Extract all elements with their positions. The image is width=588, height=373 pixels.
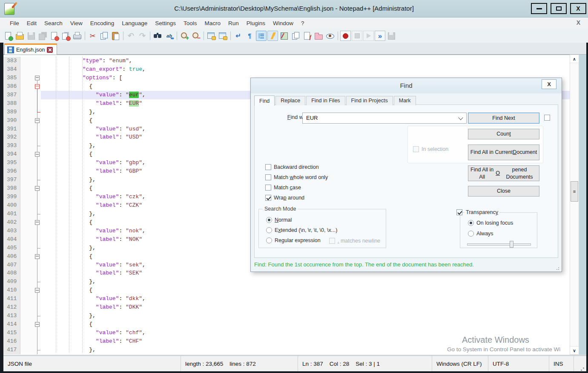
- match-case-checkbox[interactable]: [265, 185, 271, 191]
- find-dialog-tab-find[interactable]: Find: [254, 95, 275, 106]
- menu-macro[interactable]: Macro: [201, 20, 225, 26]
- scroll-up-icon[interactable]: ∧: [570, 55, 579, 63]
- close-button[interactable]: X: [570, 3, 586, 14]
- fold-marker[interactable]: [35, 186, 40, 191]
- find-what-input[interactable]: [305, 114, 452, 121]
- user-defined-lang-icon[interactable]: [267, 31, 278, 41]
- paste-icon[interactable]: [110, 31, 121, 41]
- minimize-button[interactable]: [531, 3, 547, 14]
- tab-close-icon[interactable]: [47, 47, 53, 53]
- print-icon[interactable]: [72, 31, 83, 41]
- slider-track[interactable]: [467, 243, 531, 246]
- tab-english-json[interactable]: English.json: [4, 43, 57, 55]
- zoom-out-icon[interactable]: [191, 31, 201, 41]
- fold-margin: [20, 218, 41, 227]
- fold-marker[interactable]: [35, 254, 40, 259]
- slider-thumb[interactable]: [510, 241, 513, 248]
- indent-guide-icon[interactable]: [256, 31, 267, 41]
- transparency-slider[interactable]: [467, 241, 531, 248]
- code-line: },: [41, 312, 570, 320]
- cut-icon[interactable]: [87, 31, 98, 41]
- maximize-button[interactable]: [551, 3, 567, 14]
- replace-icon[interactable]: [164, 31, 175, 41]
- menu-encoding[interactable]: Encoding: [86, 20, 118, 26]
- find-dialog-tab-mark[interactable]: Mark: [394, 96, 416, 105]
- menu-help[interactable]: ?: [297, 20, 308, 26]
- search-mode-normal-radio[interactable]: [266, 217, 272, 223]
- dialog-resize-grip[interactable]: [558, 267, 559, 268]
- menu-language[interactable]: Language: [118, 20, 151, 26]
- fold-marker[interactable]: [35, 75, 40, 80]
- transparency-on-losing-focus-radio[interactable]: [468, 220, 474, 226]
- find-what-combobox[interactable]: [302, 113, 467, 124]
- transparency-always-radio[interactable]: [468, 231, 474, 237]
- scrollbar-thumb[interactable]: ≡: [571, 181, 578, 202]
- fold-marker[interactable]: [35, 84, 40, 89]
- folder-workspace-icon[interactable]: [313, 31, 324, 41]
- vertical-scrollbar[interactable]: ∧ ≡ ∨: [570, 55, 579, 355]
- open-file-icon[interactable]: [14, 31, 25, 41]
- find-icon[interactable]: [152, 31, 163, 41]
- menu-file[interactable]: File: [6, 20, 23, 26]
- save-icon[interactable]: [26, 31, 37, 41]
- search-mode-extended-radio[interactable]: [266, 227, 272, 233]
- menu-view[interactable]: View: [66, 20, 86, 26]
- resize-grip[interactable]: [583, 367, 584, 369]
- find-dialog-close-button[interactable]: X: [542, 79, 556, 89]
- line-number: 403: [3, 227, 20, 235]
- save-all-icon[interactable]: [37, 31, 48, 41]
- new-file-icon[interactable]: [3, 31, 14, 41]
- macro-record-icon[interactable]: [340, 31, 351, 41]
- wrap-around-checkbox[interactable]: [265, 195, 271, 201]
- doc-map-icon[interactable]: [279, 31, 290, 41]
- window-edge: [579, 55, 586, 355]
- close-file-icon[interactable]: [49, 31, 60, 41]
- menubar-close-icon[interactable]: X: [577, 19, 580, 26]
- find-dialog-tab-find-in-files[interactable]: Find in Files: [306, 96, 345, 105]
- backward-direction-checkbox[interactable]: [265, 164, 271, 170]
- sync-vertical-icon[interactable]: [206, 31, 217, 41]
- search-mode-regex-radio[interactable]: [266, 237, 272, 243]
- find-next-extra-checkbox[interactable]: [544, 115, 550, 121]
- find-all-current-button[interactable]: Find All in Current Document: [468, 145, 539, 160]
- menu-search[interactable]: Search: [40, 20, 66, 26]
- fold-marker[interactable]: [35, 220, 40, 225]
- chevron-down-icon[interactable]: [458, 115, 463, 120]
- sync-horizontal-icon[interactable]: [218, 31, 228, 41]
- find-all-opened-button[interactable]: Find All in All Opened Documents: [468, 165, 539, 181]
- menu-settings[interactable]: Settings: [151, 20, 180, 26]
- word-wrap-icon[interactable]: [233, 31, 244, 41]
- match-whole-word-checkbox[interactable]: [265, 174, 271, 180]
- fold-marker[interactable]: [35, 322, 40, 327]
- macro-run-multiple-icon[interactable]: [375, 31, 385, 41]
- menu-edit[interactable]: Edit: [23, 20, 40, 26]
- find-dialog-tab-find-in-projects[interactable]: Find in Projects: [346, 96, 393, 105]
- scroll-down-icon[interactable]: ∨: [570, 346, 579, 354]
- menu-window[interactable]: Window: [269, 20, 297, 26]
- status-doc-type: JSON file: [3, 356, 181, 371]
- undo-icon[interactable]: [126, 31, 136, 41]
- doc-list-icon[interactable]: [290, 31, 301, 41]
- show-all-chars-icon[interactable]: [244, 31, 255, 41]
- transparency-checkbox[interactable]: [456, 209, 462, 215]
- menu-run[interactable]: Run: [224, 20, 243, 26]
- fold-marker[interactable]: [35, 152, 40, 157]
- macro-stop-icon[interactable]: [352, 31, 362, 41]
- line-number: 417: [3, 346, 20, 354]
- fold-marker[interactable]: [35, 118, 40, 123]
- close-all-icon[interactable]: [60, 31, 71, 41]
- find-next-button[interactable]: Find Next: [468, 113, 539, 124]
- macro-save-icon[interactable]: [386, 31, 397, 41]
- redo-icon[interactable]: [137, 31, 148, 41]
- count-button[interactable]: Count: [468, 129, 539, 139]
- function-list-icon[interactable]: [302, 31, 313, 41]
- menu-tools[interactable]: Tools: [180, 20, 201, 26]
- menu-plugins[interactable]: Plugins: [243, 20, 269, 26]
- close-dialog-button[interactable]: Close: [468, 186, 539, 197]
- copy-icon[interactable]: [99, 31, 109, 41]
- zoom-in-icon[interactable]: [179, 31, 190, 41]
- monitoring-icon[interactable]: [325, 31, 336, 41]
- macro-play-icon[interactable]: [363, 31, 374, 41]
- fold-marker[interactable]: [35, 288, 40, 293]
- find-dialog-tab-replace[interactable]: Replace: [275, 96, 305, 105]
